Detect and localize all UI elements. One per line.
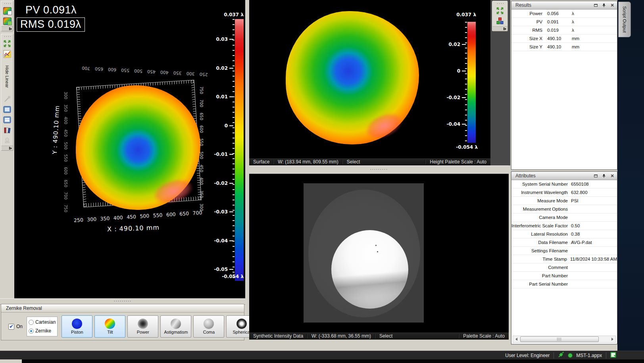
move-resize-arrows-icon[interactable]: [495, 6, 505, 15]
desktop-background: [617, 0, 644, 351]
zernike-removal-panel: Zernike Removal ✔ On Cartesian Zernike: [1, 304, 244, 340]
close-icon[interactable]: ✕: [610, 174, 615, 178]
linear-profile-plot-icon[interactable]: [2, 49, 12, 59]
zernike-term-buttons: Piston Tilt Power Astigmatism Coma: [62, 315, 257, 338]
results-panel: Results ✕ Power0.056λ PV0.091λ RMS0.019λ…: [511, 1, 617, 170]
tilt-button[interactable]: Tilt: [94, 315, 125, 338]
attributes-panel-title: Attributes: [515, 173, 536, 179]
minimize-icon[interactable]: [593, 3, 598, 8]
select-mode-button[interactable]: Select: [375, 333, 396, 339]
result-row: Size Y490.10mm: [511, 43, 617, 51]
attribute-row: Part Number: [511, 272, 617, 280]
close-icon[interactable]: ✕: [610, 3, 615, 8]
user-level-label: User Level: Engineer: [505, 353, 550, 358]
intensity-view-status-bar: Synthetic Intensity Data W: (-333.68 mm,…: [249, 332, 509, 340]
attribute-row: Data FilenameAVG-P.dat: [511, 238, 617, 247]
select-mode-button[interactable]: Select: [343, 159, 364, 165]
left-toolbar: Hide Linear: [0, 0, 14, 298]
attribute-row: Camera Mode: [511, 213, 617, 222]
toolbar-group-tools: Hide Linear: [1, 34, 13, 151]
surface-map-view-icon[interactable]: [2, 6, 12, 15]
app-file-label: MST-1.appx: [576, 353, 602, 358]
toolbar-grip[interactable]: [4, 36, 11, 37]
coma-button[interactable]: Coma: [193, 315, 224, 338]
colorbar-min-label: -0.054 λ: [440, 144, 478, 150]
minimize-icon[interactable]: [593, 174, 598, 178]
attribute-row: Lateral Resolution0.38: [511, 230, 617, 238]
result-row: PV0.091λ: [511, 18, 617, 26]
surface-view-status-bar: Surface W: (183.94 mm, 809.55 mm) Select…: [249, 158, 490, 165]
app-script-icon: [610, 352, 616, 359]
horizontal-splitter[interactable]: [249, 165, 509, 175]
radio-cartesian-label: Cartesian: [35, 319, 56, 325]
attribute-row: Instrument Wavelength632.800: [511, 188, 617, 197]
on-checkbox[interactable]: ✔: [8, 324, 14, 330]
view-type-label: Synthetic Intensity Data: [249, 333, 307, 339]
dust-speck: [375, 245, 377, 246]
view-type-label: Surface: [249, 159, 273, 165]
palette-scale-button[interactable]: Height Palette Scale : Auto: [426, 159, 490, 165]
toolbar-grip[interactable]: [496, 3, 504, 4]
attribute-row: Part Serial Number: [511, 280, 617, 288]
power-button[interactable]: Power: [127, 315, 158, 338]
toolbar-expand-button[interactable]: [1, 146, 13, 150]
application-window: Hide Linear: [0, 0, 644, 363]
script-output-tab[interactable]: Script Output: [618, 2, 631, 37]
rms-annotation: RMS 0.019λ: [17, 17, 85, 32]
result-row: Power0.056λ: [511, 10, 617, 18]
hide-linear-button[interactable]: Hide Linear: [1, 59, 13, 94]
height-colorbar[interactable]: [467, 22, 476, 143]
height-colorbar[interactable]: [235, 19, 244, 281]
pin-icon[interactable]: [602, 3, 606, 8]
oblique-surface-plot[interactable]: PV 0.091λ RMS 0.019λ 2503003504004505005…: [14, 0, 245, 298]
app-status-bar: User Level: Engineer MST-1.appx: [0, 351, 644, 359]
zernike-panel-body: ✔ On Cartesian Zernike Piston: [1, 313, 244, 340]
scroll-left-arrow[interactable]: [513, 336, 519, 342]
astigmatism-button[interactable]: Astigmatism: [160, 315, 191, 338]
cursor-position-readout: W: (183.94 mm, 809.55 mm): [274, 159, 342, 165]
toolbar-expand-button[interactable]: [492, 26, 508, 31]
dock-strip: [490, 0, 510, 165]
attribute-row: Measure ModePSI: [511, 197, 617, 205]
report-window-icon[interactable]: [2, 105, 12, 114]
surface-defect-patch: [362, 108, 406, 144]
colorbar-max-label: 0.037 λ: [438, 12, 476, 17]
colorbar-max-label: 0.037 λ: [211, 12, 244, 17]
intensity-data-view[interactable]: [249, 174, 509, 332]
x-axis-ticks-top: 250300350400450500550600650700: [82, 65, 208, 77]
move-resize-arrows-icon[interactable]: [2, 39, 12, 48]
radio-zernike[interactable]: Zernike: [29, 328, 56, 334]
piston-button[interactable]: Piston: [62, 315, 92, 338]
attribute-row: Comment: [511, 263, 617, 272]
data-window-icon[interactable]: [2, 115, 12, 125]
scrollbar-thumb[interactable]: [520, 336, 599, 342]
connection-plug-icon: [558, 351, 564, 359]
coordinate-mode-radiogroup: Cartesian Zernike: [27, 317, 58, 336]
attribute-row: Interferometric Scale Factor0.50: [511, 222, 617, 230]
scroll-right-arrow[interactable]: [609, 336, 615, 342]
result-row: Size X490.10mm: [511, 35, 617, 43]
status-ok-indicator: [568, 353, 572, 357]
dust-speck: [377, 251, 378, 252]
attribute-row: Time Stamp11/8/2024 10:33:58 AM: [511, 255, 617, 263]
radio-zernike-label: Zernike: [35, 328, 51, 334]
palette-scale-button[interactable]: Palette Scale : Auto: [459, 333, 509, 339]
intensity-map-view-icon[interactable]: [2, 16, 12, 26]
attributes-horizontal-scrollbar[interactable]: [513, 336, 616, 343]
false-color-surface-blob[interactable]: [76, 85, 200, 210]
y-axis-label: Y : 490.10 mm: [50, 90, 62, 170]
y-axis-ticks-left: 300350400450500550600650700750: [62, 93, 70, 211]
rgb-cubes-icon[interactable]: [495, 16, 505, 26]
radio-cartesian[interactable]: Cartesian: [29, 319, 56, 325]
measure-pencil-icon[interactable]: [2, 94, 12, 104]
stamp-tool-icon[interactable]: [2, 136, 12, 145]
toolbar-expand-button[interactable]: [1, 26, 13, 31]
library-books-icon[interactable]: [2, 125, 12, 135]
surface-defect-patch: [151, 175, 195, 208]
on-checkbox-label: On: [16, 324, 23, 329]
astigmatism-icon: [171, 319, 181, 329]
surface-map-view[interactable]: 0.037 λ 0.020-0.02-0.04 -0.054 λ: [249, 0, 490, 158]
toolbar-grip[interactable]: [4, 3, 11, 4]
false-color-surface-map[interactable]: [286, 11, 419, 144]
pin-icon[interactable]: [602, 174, 606, 178]
